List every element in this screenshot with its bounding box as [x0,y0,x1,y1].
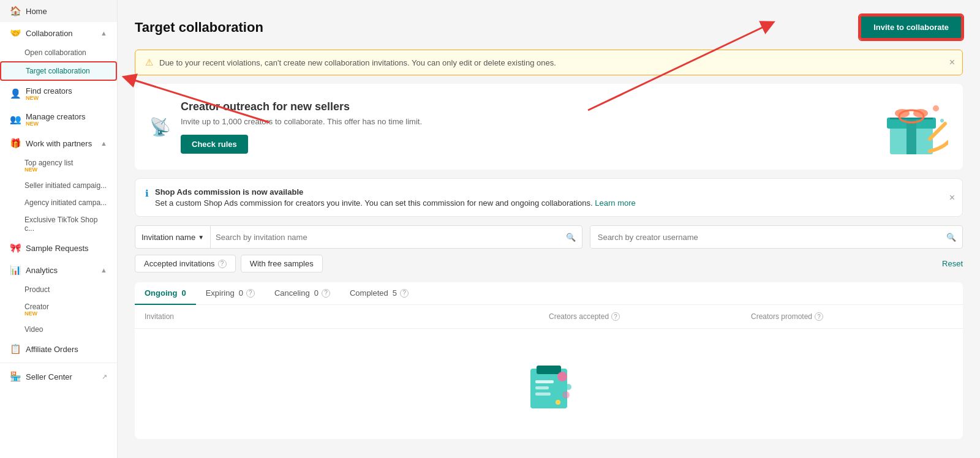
svg-rect-13 [537,366,561,374]
warning-close-button[interactable]: × [949,57,955,68]
info-banner-text: Set a custom Shop Ads commission for cre… [155,198,593,208]
manage-creators-badge: NEW [26,121,86,127]
sidebar-label-seller-center: Seller Center [26,372,72,381]
accepted-invitations-filter[interactable]: Accepted invitations ? [135,255,236,272]
search-icon[interactable]: 🔍 [560,233,582,242]
creator-badge: NEW [24,311,107,317]
search-filter-dropdown[interactable]: Invitation name ▼ [135,226,211,248]
sidebar-item-seller-campaign[interactable]: Seller initiated campaig... [0,177,117,194]
chevron-up-icon: ▲ [100,29,107,37]
learn-more-link[interactable]: Learn more [595,198,635,208]
sidebar-label-exclusive-tiktok: Exclusive TikTok Shop c... [24,216,97,233]
promo-card: 📡 Creator outreach for new sellers Invit… [135,84,963,170]
orders-icon: 📋 [10,344,21,355]
sidebar-label-creator: Creator [24,302,49,311]
page-title-row: Target collaboration Invite to collabora… [135,15,963,40]
person-icon: 👤 [10,88,21,99]
sidebar-item-manage-creators[interactable]: 👥 Manage creators NEW [0,107,117,132]
invite-to-collaborate-button[interactable]: Invite to collaborate [859,15,963,40]
check-rules-button[interactable]: Check rules [181,135,248,154]
canceling-info-icon[interactable]: ? [322,289,330,298]
search-invitation-input[interactable] [211,226,560,248]
find-creators-badge: NEW [26,96,72,101]
svg-rect-14 [535,380,554,383]
sidebar-label-analytics: Analytics [26,266,58,275]
sidebar-item-exclusive-tiktok[interactable]: Exclusive TikTok Shop c... [0,211,117,237]
sidebar-label-top-agency: Top agency list [24,159,73,167]
expiring-info-icon[interactable]: ? [246,289,255,298]
info-icon: ℹ [145,188,149,199]
sidebar-label-video: Video [24,325,43,334]
info-banner: ℹ Shop Ads commission is now available S… [135,178,963,217]
svg-rect-16 [535,392,551,396]
sidebar-item-analytics[interactable]: 📊 Analytics ▲ [0,259,117,281]
sidebar-label-collaboration: Collaboration [26,29,73,38]
sidebar-item-video[interactable]: Video [0,321,117,338]
top-agency-badge: NEW [24,167,107,173]
gift-icon: 🎀 [10,242,21,253]
username-search-box: 🔍 [590,225,963,249]
sidebar-label-agency-campaign: Agency initiated campa... [24,198,107,207]
warning-text: Due to your recent violations, can't cre… [159,58,556,67]
chevron-down-icon: ▼ [198,234,204,241]
tab-completed[interactable]: Completed 5 ? [340,282,418,305]
sidebar-item-creator[interactable]: Creator NEW [0,298,117,321]
sidebar-item-top-agency[interactable]: Top agency list NEW [0,154,117,177]
external-link-icon: ↗ [102,373,107,381]
svg-point-8 [895,109,910,118]
content-area: Target collaboration Invite to collabora… [118,0,980,458]
outreach-icon: 📡 [149,117,171,137]
sidebar-item-work-with-partners[interactable]: 🎁 Work with partners ▲ [0,132,117,154]
sidebar-item-sample-requests[interactable]: 🎀 Sample Requests [0,237,117,259]
sidebar-item-find-creators[interactable]: 👤 Find creators NEW [0,81,117,107]
sidebar-label-seller-campaign: Seller initiated campaig... [24,181,107,190]
invitation-table: Ongoing 0 Expiring 0 ? Canceling 0 ? Com… [135,282,963,439]
search-row: Invitation name ▼ 🔍 🔍 [135,225,963,249]
reset-link[interactable]: Reset [942,259,963,268]
promoted-col-info-icon[interactable]: ? [815,312,823,321]
svg-point-20 [556,400,560,405]
empty-illustration [518,353,579,415]
collaboration-icon: 🤝 [10,28,21,39]
sidebar-item-agency-campaign[interactable]: Agency initiated campa... [0,194,117,211]
search-username-input[interactable] [590,226,940,248]
promo-title: Creator outreach for new sellers [181,100,422,113]
empty-state [135,329,963,439]
table-header: Invitation Creators accepted ? Creators … [135,305,963,329]
sidebar-label-work-with-partners: Work with partners [26,139,92,148]
page-title: Target collaboration [135,20,263,36]
promo-illustration [875,90,948,163]
filter-row: Accepted invitations ? With free samples… [135,255,963,272]
accepted-info-icon[interactable]: ? [218,260,227,268]
main-content: Target collaboration Invite to collabora… [118,0,980,458]
chevron-up-icon-partners: ▲ [100,140,107,147]
status-tabs: Ongoing 0 Expiring 0 ? Canceling 0 ? Com… [135,282,963,305]
accepted-col-info-icon[interactable]: ? [611,312,620,321]
sidebar-item-home[interactable]: 🏠 Home [0,0,117,22]
col-header-accepted: Creators accepted ? [549,312,751,321]
sidebar-item-target-collaboration[interactable]: Target collaboration [0,61,117,81]
completed-info-icon[interactable]: ? [400,289,409,298]
sidebar-item-open-collaboration[interactable]: Open collaboration [0,44,117,61]
col-header-promoted: Creators promoted ? [751,312,953,321]
sidebar-label-affiliate-orders: Affiliate Orders [26,345,78,354]
invitation-search-box: Invitation name ▼ 🔍 [135,225,582,249]
group-icon: 👥 [10,114,21,125]
sidebar-item-affiliate-orders[interactable]: 📋 Affiliate Orders [0,338,117,360]
sidebar-item-product[interactable]: Product [0,281,117,298]
analytics-icon: 📊 [10,265,21,276]
sidebar-item-seller-center[interactable]: 🏪 Seller Center ↗ [0,366,117,388]
free-samples-filter[interactable]: With free samples [241,255,323,272]
partners-icon: 🎁 [10,138,21,149]
sidebar-item-collaboration[interactable]: 🤝 Collaboration ▲ [0,22,117,44]
search-username-icon[interactable]: 🔍 [940,233,962,242]
tab-ongoing[interactable]: Ongoing 0 [135,282,196,305]
info-banner-close-button[interactable]: × [949,192,955,203]
home-icon: 🏠 [10,6,21,17]
tab-expiring[interactable]: Expiring 0 ? [196,282,265,305]
promo-description: Invite up to 1,000 creators to collabora… [181,117,422,126]
sidebar: 🏠 Home 🤝 Collaboration ▲ Open collaborat… [0,0,118,458]
sidebar-label-sample-requests: Sample Requests [26,244,89,253]
tab-canceling[interactable]: Canceling 0 ? [265,282,340,305]
sidebar-label-find-creators: Find creators [26,86,72,96]
